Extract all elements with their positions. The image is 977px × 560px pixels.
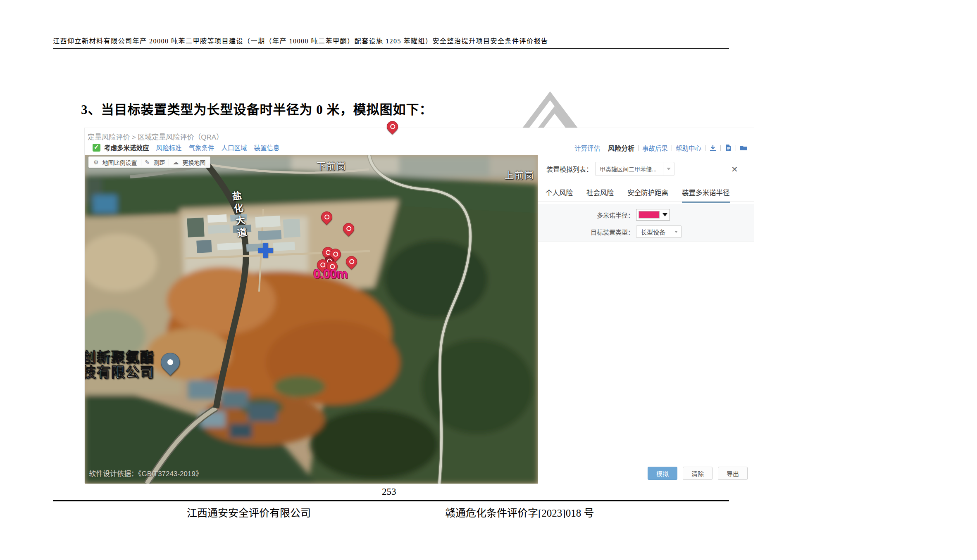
page-number: 253 (382, 486, 396, 497)
toolbar-item-calc-eval[interactable]: 计算评估 (574, 143, 600, 152)
toolbar-item-help-center[interactable]: 帮助中心 (676, 143, 701, 152)
separator (638, 145, 639, 151)
map-label-village-right: 上前岗 (505, 168, 534, 181)
link-weather-condition[interactable]: 气象条件 (189, 143, 214, 152)
chevron-down-icon (663, 162, 674, 176)
map-label-company: 创新聚氨酯 技有限公司 (85, 350, 155, 380)
panel-tabs-row: 个人风险 社会风险 安全防护距离 装置多米诺半径 (538, 183, 754, 202)
target-type-select[interactable]: 长型设备 (636, 225, 682, 238)
footer-company: 江西通安安全评价有限公司 (187, 505, 311, 520)
toolbar-item-accident-consequence[interactable]: 事故后果 (642, 143, 668, 152)
device-list-label: 装置模拟列表： (546, 164, 593, 174)
tab-domino-radius[interactable]: 装置多米诺半径 (682, 183, 730, 203)
dropdown-arrow-icon (662, 213, 667, 216)
cloud-icon: ☁ (173, 159, 179, 166)
footer-rule (53, 500, 729, 501)
top-toolbar: 计算评估 风险分析 事故后果 帮助中心 (574, 143, 747, 153)
switch-map-button[interactable]: 更换地图 (182, 158, 205, 166)
domino-radius-color-select[interactable] (636, 209, 670, 221)
simulation-panel: 装置模拟列表： 甲类罐区间二甲苯储... 个人风险 社会风险 安全防护距离 装置… (538, 155, 754, 484)
domino-radius-distance-label: 0.00m (313, 267, 348, 282)
link-population-area[interactable]: 人口区域 (222, 143, 247, 152)
pencil-icon: ✎ (145, 159, 150, 166)
panel-header: 装置模拟列表： 甲类罐区间二甲苯储... (546, 162, 674, 176)
export-button[interactable]: 导出 (718, 467, 748, 480)
domino-effect-label: 考虑多米诺效应 (104, 143, 149, 152)
simulate-button[interactable]: 模拟 (648, 467, 677, 480)
separator (672, 145, 672, 151)
qra-app-screenshot: 定量风险评价 > 区域定量风险评价（QRA） 考虑多米诺效应 风险标准 气象条件… (84, 128, 754, 483)
toolbar-item-risk-analysis[interactable]: 风险分析 (608, 143, 634, 153)
device-list-value: 甲类罐区间二甲苯储... (596, 165, 663, 173)
pink-color-swatch (639, 211, 660, 218)
separator (141, 159, 141, 166)
tab-personal-risk[interactable]: 个人风险 (546, 183, 573, 203)
domino-radius-label: 多米诺半径： (538, 211, 634, 219)
tab-safety-distance[interactable]: 安全防护距离 (627, 183, 668, 203)
domino-form: 多米诺半径： 目标装置类型： 长型设备 (538, 204, 754, 242)
target-type-value: 长型设备 (636, 228, 671, 236)
map-scale-setting-button[interactable]: 地图比例设置 (102, 158, 137, 166)
folder-icon[interactable] (740, 144, 747, 152)
separator (705, 145, 705, 151)
paragraph-3: 3、当目标装置类型为长型设备时半径为 0 米，模拟图如下： (81, 99, 433, 118)
selected-location-cross[interactable] (258, 243, 273, 258)
clear-button[interactable]: 清除 (683, 467, 712, 480)
watermark-logo (519, 91, 581, 133)
separator (604, 145, 604, 151)
gears-icon: ⚙ (93, 159, 99, 166)
target-type-label: 目标装置类型： (538, 228, 634, 236)
download-icon[interactable] (709, 144, 717, 152)
report-page: 江西仰立新材料有限公司年产 20000 吨苯二甲胺等项目建设（一期（年产 100… (0, 0, 977, 560)
link-device-info[interactable]: 装置信息 (254, 143, 280, 152)
map-attribution: 软件设计依据：《GB/T37243-2019》 (89, 468, 203, 478)
breadcrumb: 定量风险评价 > 区域定量风险评价（QRA） (88, 131, 223, 142)
footer-certificate-number: 赣通危化条件评价字[2023]018 号 (445, 505, 594, 520)
subnav: 考虑多米诺效应 风险标准 气象条件 人口区域 装置信息 (93, 143, 280, 152)
map-label-village-top: 下前岗 (317, 159, 346, 172)
document-icon[interactable] (724, 144, 732, 152)
domino-effect-checkbox[interactable] (93, 144, 100, 152)
link-risk-standard[interactable]: 风险标准 (156, 143, 182, 152)
separator (169, 159, 169, 166)
report-header-title: 江西仰立新材料有限公司年产 20000 吨苯二甲胺等项目建设（一期（年产 100… (53, 36, 729, 49)
device-list-select[interactable]: 甲类罐区间二甲苯储... (595, 162, 674, 176)
tab-social-risk[interactable]: 社会风险 (586, 183, 614, 203)
separator (736, 145, 736, 151)
measure-distance-button[interactable]: 测距 (153, 158, 165, 166)
map-toolbar: ⚙ 地图比例设置 ✎ 测距 ☁ 更换地图 (88, 157, 210, 168)
close-icon[interactable] (731, 164, 741, 174)
satellite-map[interactable] (85, 155, 538, 484)
chevron-down-icon (671, 226, 681, 237)
separator (720, 145, 721, 151)
map-viewport[interactable]: ⚙ 地图比例设置 ✎ 测距 ☁ 更换地图 下前岗 上前岗 盐化大道 创新聚氨酯 … (85, 155, 538, 484)
panel-buttons: 模拟 清除 导出 (648, 467, 748, 480)
